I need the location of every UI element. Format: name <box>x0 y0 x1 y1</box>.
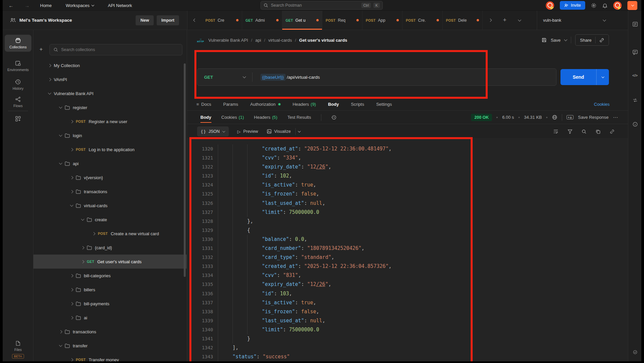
chevron-right-icon[interactable] <box>70 190 73 193</box>
response-tab-body[interactable]: Body <box>200 111 211 124</box>
link-icon[interactable] <box>599 38 604 43</box>
tree-item-folder[interactable]: bill-payments <box>33 297 187 311</box>
invite-button[interactable]: Invite <box>560 1 585 10</box>
open-tab[interactable]: POSTDele <box>443 11 483 30</box>
open-tab[interactable]: GETAdmi <box>242 11 282 30</box>
response-tab-test-results[interactable]: Test Results <box>287 111 311 124</box>
chevron-down-icon[interactable] <box>70 204 73 207</box>
save-response-button[interactable]: Save Response <box>578 115 609 120</box>
nav-api-network[interactable]: API Network <box>108 3 132 8</box>
tree-item-collection[interactable]: My Collection <box>33 58 187 72</box>
tree-item-folder[interactable]: api <box>33 156 187 170</box>
wrap-text-icon[interactable] <box>553 129 558 134</box>
tree-item-folder[interactable]: create <box>33 213 187 227</box>
response-tab-headers[interactable]: Headers(5) <box>254 111 277 124</box>
back-icon[interactable]: ← <box>5 0 17 11</box>
open-tab[interactable]: POSTCre. <box>402 11 443 30</box>
request-tab-scripts[interactable]: Scripts <box>351 102 364 107</box>
related-requests-icon[interactable] <box>628 97 641 103</box>
chevron-right-icon[interactable] <box>70 274 73 277</box>
base-url-variable[interactable]: {{baseUrl}} <box>261 74 286 81</box>
breadcrumb-subfolder[interactable]: virtual-cards <box>268 38 292 43</box>
send-button[interactable]: Send <box>560 69 609 85</box>
chevron-down-icon[interactable] <box>59 161 62 165</box>
visualize-dropdown-icon[interactable] <box>298 129 301 132</box>
chevron-down-icon[interactable] <box>59 344 62 347</box>
status-badge[interactable]: 200 OK <box>471 114 492 121</box>
send-options-icon[interactable] <box>596 69 609 85</box>
request-tab-authorization[interactable]: Authorization <box>250 102 281 107</box>
response-tab-cookies[interactable]: Cookies(1) <box>221 111 244 124</box>
chevron-right-icon[interactable] <box>92 232 96 235</box>
chevron-down-icon[interactable] <box>59 105 62 109</box>
tree-item-request[interactable]: POSTLog in to the application <box>33 142 187 156</box>
chevron-down-icon[interactable] <box>81 218 85 221</box>
team-avatar[interactable] <box>546 1 554 10</box>
chevron-right-icon[interactable] <box>59 330 62 333</box>
chevron-right-icon[interactable] <box>70 316 73 319</box>
collections-search-input[interactable] <box>61 47 178 52</box>
environment-selector[interactable]: vuln-bank <box>537 11 612 30</box>
open-tab[interactable]: POSTCre <box>202 11 242 30</box>
tree-item-request[interactable]: POSTCreate a new virtual card <box>33 227 187 241</box>
more-options-icon[interactable]: ⋯ <box>613 114 619 120</box>
save-button[interactable]: Save <box>551 38 561 43</box>
settings-gear-icon[interactable] <box>591 3 597 8</box>
request-tab-settings[interactable]: Settings <box>376 102 392 107</box>
tree-item-folder[interactable]: transactions <box>33 325 187 339</box>
status-bar-icon[interactable] <box>628 350 641 355</box>
new-tab-icon[interactable]: + <box>497 11 512 30</box>
user-avatar[interactable] <box>613 1 622 10</box>
response-history-icon[interactable] <box>331 115 337 120</box>
format-selector[interactable]: { } JSON <box>197 126 229 136</box>
open-tab[interactable]: POSTReq <box>322 11 362 30</box>
chevron-right-icon[interactable] <box>70 148 73 151</box>
tree-item-folder[interactable]: ai <box>33 311 187 325</box>
request-tab-body[interactable]: Body <box>328 102 339 107</box>
nav-workspaces[interactable]: Workspaces <box>66 3 94 8</box>
response-body-json[interactable]: 1320"created_at": "2025-12-12 22:36:00.4… <box>187 138 628 361</box>
chevron-right-icon[interactable] <box>48 78 51 81</box>
tab-options-icon[interactable] <box>512 11 527 30</box>
url-input[interactable]: {{baseUrl}} /api/virtual-cards <box>261 74 320 81</box>
import-button[interactable]: Import <box>157 15 179 25</box>
tree-item-folder[interactable]: v{version} <box>33 170 187 185</box>
open-tab[interactable]: GETGet u <box>282 11 322 30</box>
tree-item-folder[interactable]: register <box>33 100 187 114</box>
share-button[interactable]: Share <box>575 34 609 46</box>
chevron-right-icon[interactable] <box>70 176 73 179</box>
tree-item-folder[interactable]: bill-categories <box>33 269 187 283</box>
upgrade-dropdown[interactable] <box>627 1 637 10</box>
link-icon[interactable] <box>610 129 615 134</box>
request-title[interactable]: Get user's virtual cards <box>299 38 347 43</box>
nav-home[interactable]: Home <box>40 3 52 8</box>
visualize-button[interactable]: Visualize <box>267 128 301 135</box>
tree-item-folder[interactable]: virtual-cards <box>33 199 187 213</box>
cookies-link[interactable]: Cookies <box>594 98 610 110</box>
request-navigator-icon[interactable] <box>628 21 641 27</box>
tree-item-folder[interactable]: billers <box>33 283 187 297</box>
sidebar-item-history[interactable]: History <box>5 76 31 93</box>
chevron-right-icon[interactable] <box>70 120 73 123</box>
upgrade-button[interactable]: Upgrade <box>627 1 637 10</box>
workspace-title[interactable]: Mel's Team's Workspace <box>19 18 72 23</box>
copy-icon[interactable] <box>596 129 601 134</box>
scroll-tabs-left-icon[interactable] <box>187 11 202 30</box>
breadcrumb-folder[interactable]: api <box>255 38 261 43</box>
chevron-down-icon[interactable] <box>48 91 51 95</box>
chevron-right-icon[interactable] <box>70 358 73 361</box>
sidebar-item-environments[interactable]: Environments <box>5 57 31 74</box>
sidebar-item-flows[interactable]: Flows <box>5 93 31 110</box>
preview-button[interactable]: ▷ Preview <box>237 129 258 134</box>
chevron-right-icon[interactable] <box>48 64 51 67</box>
request-tab-params[interactable]: Params <box>223 102 238 107</box>
chevron-right-icon[interactable] <box>81 246 85 249</box>
chevron-right-icon[interactable] <box>81 260 85 263</box>
breadcrumb-collection[interactable]: Vulnerable Bank API <box>208 38 248 43</box>
new-button[interactable]: New <box>136 15 154 25</box>
forward-icon[interactable]: → <box>21 0 33 11</box>
tree-item-request[interactable]: GETGet user's virtual cards <box>33 255 187 269</box>
tree-item-folder[interactable]: {card_id} <box>33 241 187 255</box>
sidebar-item-files[interactable]: Files BETA <box>5 340 31 359</box>
notifications-bell-icon[interactable] <box>602 3 608 8</box>
